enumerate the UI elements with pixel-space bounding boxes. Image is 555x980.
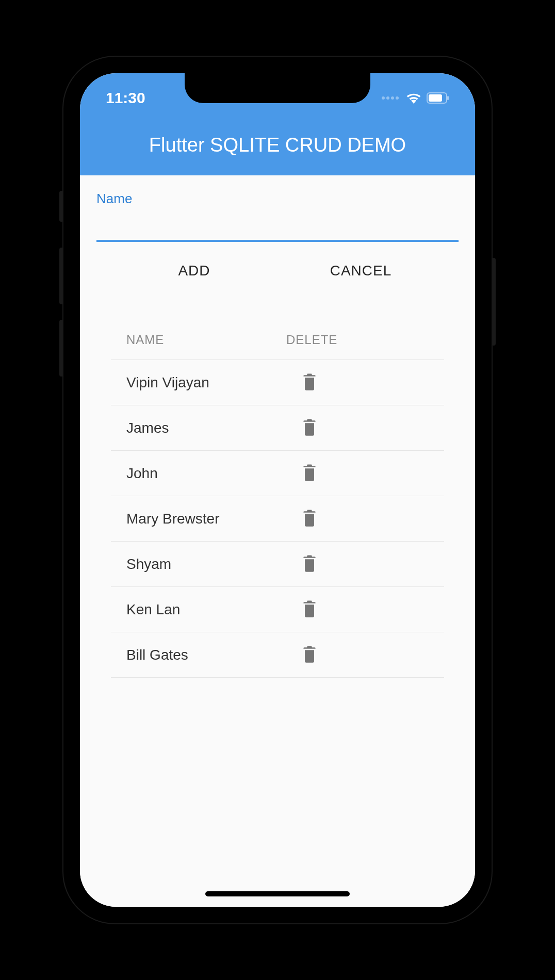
column-header-name: NAME xyxy=(126,333,286,347)
button-row: ADD CANCEL xyxy=(80,252,475,289)
row-name-cell: Bill Gates xyxy=(126,647,286,663)
screen: 11:30 xyxy=(80,73,475,907)
row-name-cell: John xyxy=(126,465,286,482)
column-header-delete: DELETE xyxy=(286,333,337,347)
trash-icon xyxy=(301,599,318,618)
trash-icon xyxy=(301,645,318,663)
phone-side-button xyxy=(59,248,63,304)
delete-button[interactable] xyxy=(301,509,318,529)
table-row[interactable]: Bill Gates xyxy=(111,632,444,678)
table-row[interactable]: Ken Lan xyxy=(111,587,444,632)
signal-dots-icon xyxy=(382,96,399,100)
home-indicator[interactable] xyxy=(205,891,350,896)
delete-button[interactable] xyxy=(301,463,318,483)
content-area: Name ADD CANCEL NAME DELETE Vipin Vijaya… xyxy=(80,175,475,907)
table-row[interactable]: James xyxy=(111,405,444,451)
row-name-cell: Ken Lan xyxy=(126,601,286,618)
wifi-icon xyxy=(406,92,421,104)
status-time: 11:30 xyxy=(106,89,145,107)
svg-rect-1 xyxy=(429,94,442,102)
delete-button[interactable] xyxy=(301,372,318,393)
phone-inner: 11:30 xyxy=(74,67,481,913)
svg-rect-2 xyxy=(447,96,449,100)
table-body: Vipin Vijayan James John Mary Brewster S… xyxy=(111,360,444,678)
data-table: NAME DELETE Vipin Vijayan James John Mar… xyxy=(80,320,475,678)
delete-button[interactable] xyxy=(301,418,318,438)
name-input-label: Name xyxy=(96,191,459,207)
delete-button[interactable] xyxy=(301,599,318,619)
table-header: NAME DELETE xyxy=(111,320,444,360)
delete-button[interactable] xyxy=(301,554,318,574)
row-name-cell: Mary Brewster xyxy=(126,511,286,527)
add-button[interactable]: ADD xyxy=(111,252,278,289)
app-title: Flutter SQLITE CRUD DEMO xyxy=(149,134,406,156)
cancel-button[interactable]: CANCEL xyxy=(278,252,444,289)
row-name-cell: Vipin Vijayan xyxy=(126,374,286,391)
table-row[interactable]: Shyam xyxy=(111,542,444,587)
phone-side-button xyxy=(59,191,63,222)
name-input[interactable] xyxy=(96,211,459,242)
table-row[interactable]: Vipin Vijayan xyxy=(111,360,444,405)
row-name-cell: Shyam xyxy=(126,556,286,573)
phone-notch xyxy=(185,73,370,103)
phone-side-button xyxy=(492,258,496,346)
form-area: Name xyxy=(80,191,475,252)
trash-icon xyxy=(301,509,318,527)
phone-side-button xyxy=(59,320,63,377)
table-row[interactable]: Mary Brewster xyxy=(111,496,444,542)
status-icons xyxy=(382,92,449,104)
trash-icon xyxy=(301,372,318,391)
phone-frame: 11:30 xyxy=(63,57,492,923)
app-bar: Flutter SQLITE CRUD DEMO xyxy=(80,115,475,175)
trash-icon xyxy=(301,418,318,436)
battery-icon xyxy=(427,92,449,104)
table-row[interactable]: John xyxy=(111,451,444,496)
delete-button[interactable] xyxy=(301,645,318,665)
trash-icon xyxy=(301,554,318,573)
row-name-cell: James xyxy=(126,420,286,436)
trash-icon xyxy=(301,463,318,482)
